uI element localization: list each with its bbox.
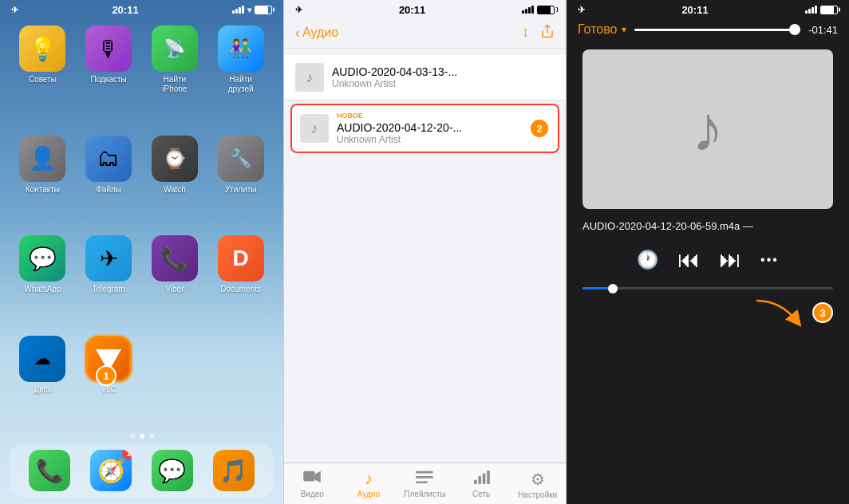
tab-audio[interactable]: ♪ Аудио [341, 467, 397, 502]
app-label-найти-друзей: Найти друзей [216, 75, 266, 94]
share-icon[interactable] [540, 24, 555, 41]
music-note-icon-2: ♪ [300, 114, 329, 143]
app-icon-viber: 📞 [152, 235, 198, 282]
status-icons-1: ▾ [232, 6, 272, 14]
app-найти-друзей[interactable]: 👫 Найти друзей [211, 26, 270, 123]
app-documents[interactable]: D Documents [211, 235, 270, 323]
track-filename: AUDIO-2020-04-12-20-06-59.m4a — [567, 217, 849, 235]
dock: 📞 🧭 1 💬 🎵 [10, 443, 274, 498]
app-label-файлы: Файлы [96, 185, 121, 195]
page-dot-1 [130, 434, 135, 439]
dock-phone[interactable]: 📞 [29, 450, 70, 491]
svg-rect-4 [417, 481, 428, 483]
playback-controls: 🕐 ⏮ ⏭ ••• [567, 235, 849, 284]
app-label-советы: Советы [29, 75, 57, 85]
app-icon-диск: ☁ [19, 336, 65, 382]
airplane-mode-icon-3: ✈ [578, 5, 585, 15]
settings-tab-icon: ⚙ [531, 470, 545, 489]
audio-info-1: AUDIO-2020-04-03-13-... Unknown Artist [332, 65, 555, 89]
app-label-whatsapp: WhatsApp [24, 285, 61, 294]
app-label-vlc: VLC [101, 385, 116, 395]
app-утилиты[interactable]: 🔧 Утилиты [211, 136, 270, 223]
sort-icon[interactable]: ↕ [522, 24, 529, 41]
dock-phone-icon: 📞 [29, 450, 70, 491]
clock-button[interactable]: 🕐 [637, 250, 658, 270]
app-icon-советы: 💡 [19, 26, 65, 72]
playlists-tab-icon [416, 470, 433, 488]
audio-title-2: AUDIO-2020-04-12-20-... [337, 121, 524, 134]
airplane-mode-icon: ✈ [11, 5, 18, 15]
arrow-indicator [748, 293, 812, 333]
page-dot-3 [149, 434, 154, 439]
progress-thumb [608, 284, 618, 293]
app-watch[interactable]: ⌚ Watch [145, 136, 205, 223]
app-viber[interactable]: 📞 Viber [145, 235, 205, 323]
status-icons-3 [805, 6, 838, 14]
audio-info-2: Новое AUDIO-2020-04-12-20-... Unknown Ar… [337, 112, 524, 145]
app-контакты[interactable]: 👤 Контакты [13, 136, 73, 223]
music-note-icon: ♪ [692, 93, 724, 166]
tab-network[interactable]: Сеть [453, 467, 510, 502]
app-telegram[interactable]: ✈ Telegram [79, 235, 139, 323]
signal-icon-3 [805, 6, 817, 14]
dock-safari[interactable]: 🧭 1 [90, 450, 132, 491]
more-button[interactable]: ••• [760, 253, 779, 267]
app-icon-файлы: 🗂 [85, 136, 132, 182]
svg-rect-2 [417, 471, 434, 474]
new-badge: Новое [337, 112, 524, 120]
progress-bar[interactable] [582, 287, 833, 289]
chevron-left-icon: ‹ [295, 25, 300, 41]
dock-messages[interactable]: 💬 [152, 450, 193, 491]
tab-audio-label: Аудио [357, 490, 380, 498]
app-icon-утилиты: 🔧 [218, 136, 264, 182]
app-label-найти-iphone: Найти iPhone [150, 75, 199, 94]
svg-rect-8 [487, 471, 490, 484]
app-файлы[interactable]: 🗂 Файлы [79, 136, 139, 223]
dock-safari-icon: 🧭 1 [90, 450, 132, 491]
audio-item-2[interactable]: ♪ Новое AUDIO-2020-04-12-20-... Unknown … [290, 104, 559, 153]
tab-settings[interactable]: ⚙ Настройки [509, 467, 566, 502]
back-label: Аудио [302, 26, 338, 40]
audio-item-1[interactable]: ♪ AUDIO-2020-04-03-13-... Unknown Artist [284, 55, 566, 100]
app-icon-контакты: 👤 [19, 136, 65, 182]
app-label-viber: Viber [165, 285, 184, 294]
audio-tab-icon: ♪ [365, 470, 373, 488]
done-button[interactable]: Готово [578, 22, 617, 37]
page-dots [0, 431, 283, 443]
time-remaining: -01:41 [808, 24, 838, 36]
app-icon-telegram: ✈ [85, 235, 132, 282]
rewind-button[interactable]: ⏮ [677, 246, 700, 273]
app-icon-watch: ⌚ [152, 136, 198, 182]
tab-network-label: Сеть [472, 490, 490, 498]
status-time-1: 20:11 [112, 4, 138, 16]
status-bar-3: ✈ 20:11 [567, 0, 849, 18]
fast-forward-button[interactable]: ⏭ [719, 246, 741, 273]
music-note-icon-1: ♪ [295, 63, 324, 92]
signal-icon [232, 6, 244, 14]
audio-title-1: AUDIO-2020-04-03-13-... [332, 65, 555, 78]
top-scrubber[interactable] [634, 29, 800, 31]
chevron-down-icon: ▾ [622, 24, 626, 35]
safari-badge: 1 [122, 450, 132, 459]
network-tab-icon [472, 470, 490, 488]
app-советы[interactable]: 💡 Советы [13, 26, 73, 123]
app-whatsapp[interactable]: 💬 WhatsApp [13, 235, 73, 323]
app-icon-найти-друзей: 👫 [218, 26, 264, 72]
page-dot-2 [140, 434, 144, 439]
status-bar-2: ✈ 20:11 [284, 0, 566, 18]
app-подкасты[interactable]: 🎙 Подкасты [79, 26, 139, 123]
app-диск[interactable]: ☁ Диск [13, 336, 73, 423]
dock-music[interactable]: 🎵 [213, 450, 255, 491]
back-button[interactable]: ‹ Аудио [295, 25, 338, 41]
step-badge-2: 2 [529, 118, 550, 139]
tab-settings-label: Настройки [518, 490, 557, 499]
audio-list: ♪ AUDIO-2020-04-03-13-... Unknown Artist… [284, 49, 566, 463]
app-label-watch: Watch [164, 185, 186, 195]
tab-video[interactable]: Видео [284, 467, 341, 502]
video-tab-icon [303, 470, 321, 488]
player-top-bar: Готово ▾ -01:41 [567, 18, 849, 41]
tab-playlists[interactable]: Плейлисты [397, 467, 453, 502]
progress-row [567, 284, 849, 293]
step-badge-3: 3 [812, 302, 833, 323]
app-найти-iphone[interactable]: 📡 Найти iPhone [145, 26, 205, 123]
